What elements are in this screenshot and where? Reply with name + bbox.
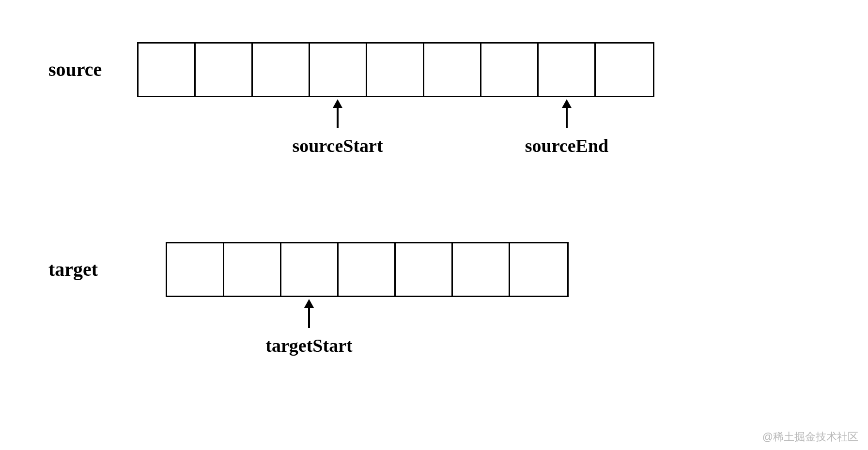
source-array bbox=[137, 42, 654, 97]
target-array bbox=[166, 242, 569, 297]
source-cell bbox=[253, 44, 310, 96]
target-cell bbox=[453, 243, 510, 296]
source-start-pointer: sourceStart bbox=[284, 99, 391, 156]
arrow-up-icon bbox=[332, 99, 343, 128]
target-cell bbox=[167, 243, 224, 296]
target-cell bbox=[281, 243, 339, 296]
arrow-up-icon bbox=[561, 99, 573, 128]
target-cell bbox=[510, 243, 567, 296]
target-label: target bbox=[48, 258, 98, 281]
source-cell bbox=[596, 44, 653, 96]
source-end-label: sourceEnd bbox=[513, 135, 620, 156]
source-cell bbox=[367, 44, 424, 96]
source-cell bbox=[310, 44, 367, 96]
source-cell bbox=[424, 44, 481, 96]
source-label: source bbox=[48, 58, 102, 81]
source-cell bbox=[539, 44, 596, 96]
watermark: @稀土掘金技术社区 bbox=[762, 430, 858, 444]
target-start-pointer: targetStart bbox=[256, 299, 362, 356]
source-start-label: sourceStart bbox=[284, 135, 391, 156]
target-start-label: targetStart bbox=[256, 335, 362, 356]
source-cell bbox=[481, 44, 539, 96]
target-cell bbox=[339, 243, 396, 296]
arrow-up-icon bbox=[303, 299, 315, 328]
source-end-pointer: sourceEnd bbox=[513, 99, 620, 156]
source-cell bbox=[196, 44, 253, 96]
target-cell bbox=[224, 243, 281, 296]
source-cell bbox=[139, 44, 196, 96]
target-cell bbox=[396, 243, 453, 296]
